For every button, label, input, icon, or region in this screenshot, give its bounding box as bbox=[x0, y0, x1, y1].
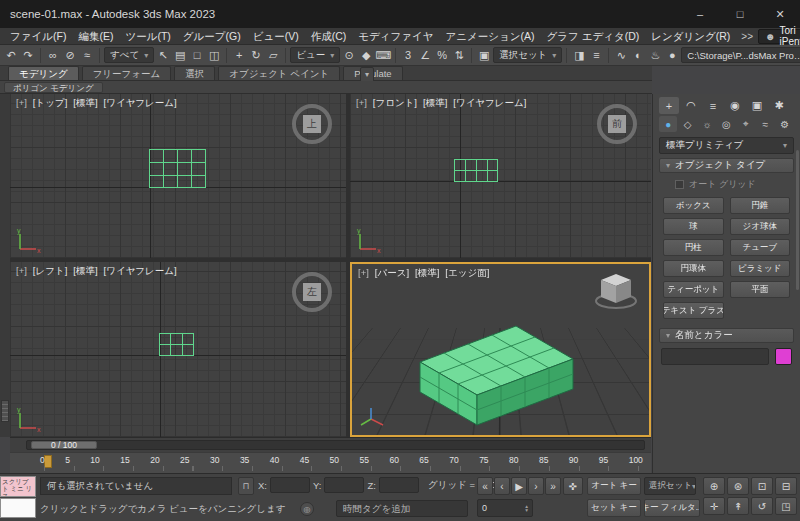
viewport-pov-menu[interactable]: [フロント] bbox=[373, 97, 417, 110]
viewcube[interactable]: 前 bbox=[595, 102, 639, 146]
keyboard-shortcut-override-toggle[interactable]: ⌨ bbox=[375, 46, 391, 64]
shapes-category[interactable]: ◇ bbox=[678, 116, 696, 132]
maximize-viewport-toggle[interactable]: ◳ bbox=[775, 497, 797, 515]
zoom-region-button[interactable]: ⊟ bbox=[775, 477, 797, 495]
primitive-category-dropdown[interactable]: 標準プリミティブ ▾ bbox=[659, 137, 794, 154]
geometry-category[interactable]: ● bbox=[659, 116, 677, 132]
display-tab[interactable]: ▣ bbox=[747, 97, 767, 114]
add-time-tag-field[interactable]: 時間タグを追加 bbox=[336, 500, 468, 517]
viewport-shading-menu[interactable]: [ワイヤフレーム] bbox=[104, 265, 177, 278]
select-and-link-button[interactable]: ∞ bbox=[45, 46, 61, 64]
ribbon-tab[interactable]: フリーフォーム bbox=[82, 66, 172, 80]
lights-category[interactable]: ☼ bbox=[698, 116, 716, 132]
cameras-category[interactable]: ◎ bbox=[717, 116, 735, 132]
set-key-button[interactable]: セット キー bbox=[587, 499, 641, 517]
systems-category[interactable]: ⚙ bbox=[776, 116, 794, 132]
viewcube-face[interactable]: 上 bbox=[303, 115, 321, 133]
zoom-button[interactable]: ⊕ bbox=[703, 477, 725, 495]
x-coordinate-field[interactable] bbox=[270, 477, 310, 493]
rectangular-selection-region-button[interactable]: □ bbox=[189, 46, 205, 64]
close-button[interactable]: ✕ bbox=[760, 0, 800, 28]
select-object-button[interactable]: ↖ bbox=[155, 46, 171, 64]
y-coordinate-field[interactable] bbox=[324, 477, 364, 493]
mirror-button[interactable]: ◨ bbox=[571, 46, 587, 64]
auto-key-toggle[interactable]: オート キー bbox=[587, 477, 641, 495]
animation-selection-set-dropdown[interactable]: 選択セット ▾ bbox=[644, 477, 696, 495]
menu-item[interactable]: ツール(T) bbox=[119, 28, 176, 45]
viewport-layout-tabs-button[interactable] bbox=[1, 400, 9, 422]
mini-listener-script-pane[interactable] bbox=[0, 498, 36, 518]
menu-item[interactable]: アニメーション(A) bbox=[440, 28, 541, 45]
edit-named-selection-sets-button[interactable]: ▣ bbox=[476, 46, 492, 64]
object-type-rollout-header[interactable]: ▾ オブジェクト タイプ bbox=[659, 158, 794, 173]
scene-object-box-wireframe[interactable] bbox=[159, 333, 194, 356]
unlink-selection-button[interactable]: ⊘ bbox=[62, 46, 78, 64]
scene-object-box-wireframe[interactable] bbox=[149, 149, 206, 188]
space-warps-category[interactable]: ≈ bbox=[756, 116, 774, 132]
viewport-style-menu[interactable]: [標準] bbox=[423, 97, 447, 110]
viewport-shading-menu[interactable]: [ワイヤフレーム] bbox=[453, 97, 526, 110]
spinner-snap-toggle[interactable]: ⇅ bbox=[451, 46, 467, 64]
zoom-extents-button[interactable]: ⊡ bbox=[751, 477, 773, 495]
redo-button[interactable]: ↷ bbox=[20, 46, 36, 64]
render-setup-button[interactable]: ♨ bbox=[647, 46, 663, 64]
time-slider-track[interactable]: 0 / 100 bbox=[26, 440, 645, 450]
create-tab[interactable]: + bbox=[659, 97, 679, 114]
viewport-style-menu[interactable]: [標準] bbox=[415, 267, 439, 280]
play-button[interactable]: ▶ bbox=[511, 477, 527, 495]
primitive-button[interactable]: ピラミッド bbox=[730, 260, 791, 277]
viewport-general-menu[interactable]: [+] bbox=[16, 265, 27, 278]
menu-item[interactable]: 作成(C) bbox=[305, 28, 353, 45]
mini-listener-macro-pane[interactable]: スクリプト ミニ リス bbox=[0, 476, 36, 497]
orbit-button[interactable]: ↺ bbox=[751, 497, 773, 515]
frame-spinner[interactable]: ▴ ▾ bbox=[525, 504, 528, 512]
render-production-button[interactable]: ● bbox=[664, 46, 680, 64]
viewport-general-menu[interactable]: [+] bbox=[16, 97, 27, 110]
spinner-down-icon[interactable]: ▾ bbox=[525, 508, 528, 512]
absolute-offset-mode-toggle[interactable]: ◎ bbox=[300, 502, 314, 516]
user-account-button[interactable]: ☻ Tori iPentec ▾ bbox=[758, 29, 800, 44]
reference-coordinate-system-dropdown[interactable]: ビュー▾ bbox=[290, 47, 340, 63]
motion-tab[interactable]: ◉ bbox=[725, 97, 745, 114]
minimize-button[interactable]: – bbox=[680, 0, 720, 28]
autogrid-checkbox[interactable] bbox=[675, 180, 684, 189]
menu-item[interactable]: 編集(E) bbox=[72, 28, 119, 45]
menu-item[interactable]: グラフ エディタ(D) bbox=[541, 28, 646, 45]
go-to-end-button[interactable]: » bbox=[545, 477, 561, 495]
utilities-tab[interactable]: ✱ bbox=[769, 97, 789, 114]
primitive-button[interactable]: 円柱 bbox=[663, 239, 724, 256]
key-mode-toggle[interactable]: ✜ bbox=[563, 477, 583, 495]
curve-editor-button[interactable]: ∿ bbox=[613, 46, 629, 64]
object-name-field[interactable] bbox=[661, 348, 769, 365]
polygon-modeling-panel-button[interactable]: ポリゴン モデリング bbox=[4, 82, 103, 93]
previous-frame-button[interactable]: ‹ bbox=[494, 477, 510, 495]
helpers-category[interactable]: ⌖ bbox=[737, 116, 755, 132]
select-and-scale-button[interactable]: ▱ bbox=[265, 46, 281, 64]
viewport-front[interactable]: [+] [フロント] [標準] [ワイヤフレーム] 前 x y bbox=[350, 94, 651, 258]
undo-button[interactable]: ↶ bbox=[3, 46, 19, 64]
z-coordinate-field[interactable] bbox=[379, 477, 419, 493]
primitive-button[interactable]: ジオ球体 bbox=[730, 218, 791, 235]
viewport-shading-menu[interactable]: [ワイヤフレーム] bbox=[104, 97, 177, 110]
viewport-pov-menu[interactable]: [パース] bbox=[375, 267, 409, 280]
go-to-start-button[interactable]: « bbox=[477, 477, 493, 495]
select-and-rotate-button[interactable]: ↻ bbox=[248, 46, 264, 64]
material-editor-button[interactable]: ◐ bbox=[630, 46, 646, 64]
menu-item[interactable]: レンダリング(R) bbox=[645, 28, 736, 45]
named-selection-sets-dropdown[interactable]: 選択セット▾ bbox=[493, 47, 562, 63]
menu-item[interactable]: モディファイヤ bbox=[352, 28, 439, 45]
primitive-button[interactable]: 円錐 bbox=[730, 197, 791, 214]
name-color-rollout-header[interactable]: ▾ 名前とカラー bbox=[659, 328, 794, 343]
viewcube[interactable]: 上 bbox=[290, 102, 334, 146]
ribbon-collapse-button[interactable]: ▾ bbox=[360, 67, 374, 82]
viewport-general-menu[interactable]: [+] bbox=[358, 267, 369, 280]
viewport-pov-menu[interactable]: [レフト] bbox=[33, 265, 67, 278]
scene-object-box-wireframe[interactable] bbox=[454, 159, 498, 182]
primitive-button[interactable]: 平面 bbox=[730, 281, 791, 298]
viewport-left[interactable]: [+] [レフト] [標準] [ワイヤフレーム] 左 x y bbox=[10, 262, 346, 437]
time-slider[interactable]: 0 / 100 bbox=[10, 437, 651, 452]
selection-lock-toggle[interactable]: ⊓ bbox=[238, 477, 254, 495]
menu-item[interactable]: ファイル(F) bbox=[4, 28, 72, 45]
menu-overflow-button[interactable]: >> bbox=[736, 31, 758, 42]
track-bar[interactable]: 0510152025303540455055606570758085909510… bbox=[10, 452, 651, 473]
